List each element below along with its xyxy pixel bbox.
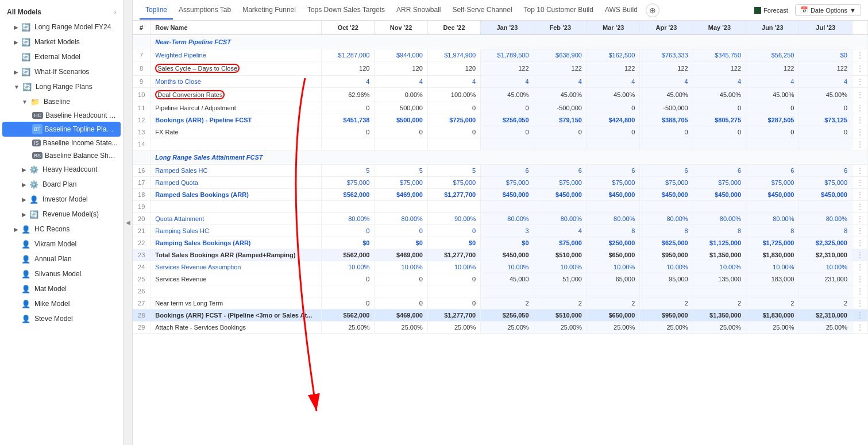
row-context-menu[interactable]: ⋮	[852, 177, 868, 189]
sidebar-item-long-range-model[interactable]: ▶ 🔄 Long Range Model FY24	[0, 20, 123, 34]
row-context-menu[interactable]: ⋮	[852, 114, 868, 126]
dots-icon[interactable]: ⋮	[854, 90, 866, 99]
tab-top10[interactable]: Top 10 Customer Build	[518, 1, 599, 20]
dots-icon[interactable]: ⋮	[854, 115, 866, 125]
row-value-cell: $510,000	[534, 309, 587, 322]
row-name[interactable]: Quota Attainment	[151, 213, 322, 225]
sidebar-item-baseline-topline[interactable]: BT Baseline Topline Plann...	[2, 122, 121, 137]
dots-icon[interactable]: ⋮	[854, 178, 866, 187]
row-context-menu[interactable]: ⋮	[852, 273, 868, 285]
dots-icon[interactable]: ⋮	[854, 166, 866, 175]
dots-icon[interactable]: ⋮	[854, 250, 866, 260]
row-value-cell: 2	[481, 297, 534, 309]
dots-icon[interactable]: ⋮	[854, 51, 866, 60]
row-context-menu[interactable]: ⋮	[852, 249, 868, 261]
sidebar-item-long-range-plans[interactable]: ▼ 🔄 Long Range Plans	[0, 79, 123, 94]
tab-topline[interactable]: Topline	[140, 1, 173, 20]
sidebar-collapse-btn[interactable]: ◀	[124, 0, 133, 445]
sidebar-item-baseline-headcount[interactable]: HC Baseline Headcount Pl...	[0, 109, 123, 122]
tab-tops-down[interactable]: Tops Down Sales Targets	[302, 1, 391, 20]
dots-icon[interactable]: ⋮	[854, 140, 866, 149]
row-value-cell: 0	[322, 297, 375, 309]
dots-icon[interactable]: ⋮	[854, 214, 866, 223]
sidebar-item-baseline-income[interactable]: IS Baseline Income State...	[0, 137, 123, 149]
row-name[interactable]: Months to Close	[151, 76, 322, 88]
tab-marketing[interactable]: Marketing Funnel	[237, 1, 302, 20]
row-context-menu[interactable]: ⋮	[852, 61, 868, 76]
sidebar-item-investor-model[interactable]: ▶ 👤 Investor Model	[0, 192, 123, 207]
row-name[interactable]: Ramped Sales HC	[151, 165, 322, 177]
sidebar-item-baseline[interactable]: ▼ 📁 Baseline	[0, 94, 123, 109]
dots-icon[interactable]: ⋮	[854, 226, 866, 235]
dots-icon[interactable]: ⋮	[854, 262, 866, 272]
dots-icon[interactable]: ⋮	[854, 190, 866, 199]
row-value-cell: 0	[481, 126, 534, 138]
tab-assumptions[interactable]: Assumptions Tab	[173, 1, 237, 20]
row-value-cell	[322, 285, 375, 297]
sidebar-item-mike[interactable]: ▶ 👤 Mike Model	[0, 296, 123, 311]
tab-self-serve[interactable]: Self-Serve Channel	[446, 1, 518, 20]
row-context-menu[interactable]: ⋮	[852, 165, 868, 177]
row-name-link[interactable]: Services Revenue Assumption	[155, 264, 241, 270]
sidebar-item-external-model[interactable]: ▶ 🔄 External Model	[0, 49, 123, 64]
dots-icon[interactable]: ⋮	[854, 287, 866, 296]
date-options-button[interactable]: 📅 Date Options ▼	[795, 4, 861, 16]
sidebar-item-market-models[interactable]: ▶ 🔄 Market Models	[0, 34, 123, 49]
row-context-menu[interactable]: ⋮	[852, 201, 868, 213]
dots-icon[interactable]: ⋮	[854, 238, 866, 247]
row-context-menu[interactable]: ⋮	[852, 261, 868, 273]
row-context-menu[interactable]: ⋮	[852, 213, 868, 225]
sidebar-item-revenue-models[interactable]: ▶ 🔄 Revenue Model(s)	[0, 207, 123, 222]
row-value-cell: $0	[799, 49, 852, 61]
row-context-menu[interactable]: ⋮	[852, 126, 868, 138]
dots-icon[interactable]: ⋮	[854, 299, 866, 308]
row-name[interactable]: Services Revenue Assumption	[151, 261, 322, 273]
row-context-menu[interactable]: ⋮	[852, 322, 868, 334]
sidebar-item-silvanus[interactable]: ▶ 👤 Silvanus Model	[0, 266, 123, 281]
row-name[interactable]: Ramping Sales HC	[151, 225, 322, 237]
row-context-menu[interactable]: ⋮	[852, 297, 868, 309]
row-context-menu[interactable]: ⋮	[852, 189, 868, 201]
sidebar-item-hc-recons[interactable]: ▶ 👤 HC Recons	[0, 222, 123, 237]
row-context-menu[interactable]: ⋮	[852, 76, 868, 88]
row-name-link[interactable]: Weighted Pipeline	[155, 52, 206, 59]
row-name[interactable]: Ramped Quota	[151, 177, 322, 189]
sidebar-item-annual-plan[interactable]: ▶ 👤 Annual Plan	[0, 251, 123, 266]
sidebar-item-vikram[interactable]: ▶ 👤 Vikram Model	[0, 237, 123, 251]
row-name-link[interactable]: Ramping Sales HC	[155, 227, 209, 234]
row-context-menu[interactable]: ⋮	[852, 49, 868, 61]
row-context-menu[interactable]: ⋮	[852, 138, 868, 150]
row-name-link[interactable]: Quota Attainment	[155, 215, 204, 222]
sidebar-item-heavy-headcount[interactable]: ▶ ⚙️ Heavy Headcount	[0, 162, 123, 177]
row-context-menu[interactable]: ⋮	[852, 88, 868, 102]
row-value-cell: 2	[746, 297, 799, 309]
tab-add-button[interactable]: ⊕	[646, 3, 659, 17]
dots-icon[interactable]: ⋮	[854, 311, 866, 320]
row-value-cell: 5	[375, 165, 427, 177]
row-value-cell	[427, 201, 480, 213]
row-context-menu[interactable]: ⋮	[852, 102, 868, 114]
row-name-link[interactable]: Ramped Sales HC	[155, 167, 207, 174]
dots-icon[interactable]: ⋮	[854, 127, 866, 137]
sidebar-item-what-if[interactable]: ▶ 🔄 What-If Scenarios	[0, 64, 123, 79]
sidebar-item-mat[interactable]: ▶ 👤 Mat Model	[0, 281, 123, 296]
dots-icon[interactable]: ⋮	[854, 103, 866, 113]
sidebar-item-baseline-balance[interactable]: BS Baseline Balance Shee...	[0, 149, 123, 162]
sidebar-item-board-plan[interactable]: ▶ ⚙️ Board Plan	[0, 177, 123, 192]
row-context-menu[interactable]: ⋮	[852, 285, 868, 297]
dots-icon[interactable]: ⋮	[854, 64, 866, 73]
row-name[interactable]: Weighted Pipeline	[151, 49, 322, 61]
row-context-menu[interactable]: ⋮	[852, 225, 868, 237]
all-models-header[interactable]: All Models ›	[0, 5, 123, 20]
row-context-menu[interactable]: ⋮	[852, 309, 868, 322]
dots-icon[interactable]: ⋮	[854, 274, 866, 284]
dots-icon[interactable]: ⋮	[854, 202, 866, 211]
row-context-menu[interactable]: ⋮	[852, 237, 868, 249]
row-name-link[interactable]: Ramped Quota	[155, 179, 198, 186]
dots-icon[interactable]: ⋮	[854, 77, 866, 86]
sidebar-item-steve[interactable]: ▶ 👤 Steve Model	[0, 311, 123, 326]
tab-arr-snowball[interactable]: ARR Snowball	[391, 1, 446, 20]
dots-icon[interactable]: ⋮	[854, 323, 866, 332]
tab-aws[interactable]: AWS Build	[599, 1, 643, 20]
row-name-link[interactable]: Months to Close	[155, 78, 200, 85]
